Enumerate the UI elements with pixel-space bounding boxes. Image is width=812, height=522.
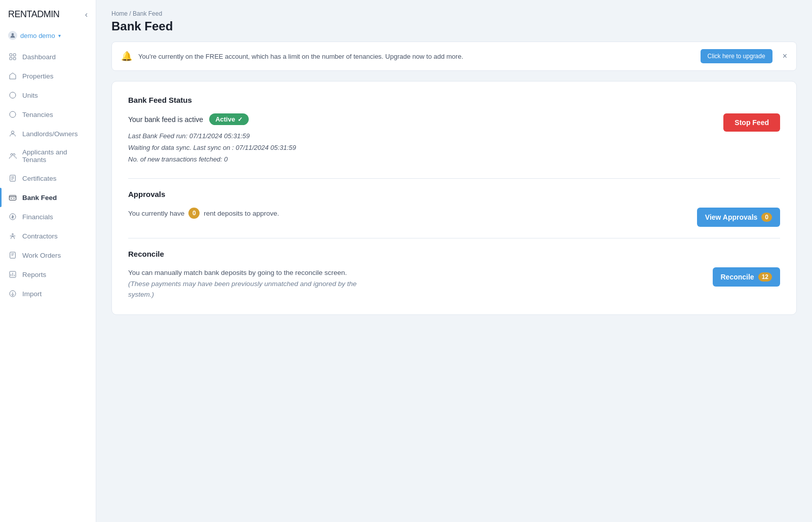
svg-rect-1 xyxy=(10,54,12,56)
sidebar-item-label: Applicants and Tenants xyxy=(22,148,88,164)
user-avatar-icon xyxy=(8,31,17,40)
status-stop-wrapper: Your bank feed is active Active ✓ Last B… xyxy=(128,113,780,167)
reconcile-btn-label: Reconcile xyxy=(721,273,754,281)
checkmark-icon: ✓ xyxy=(238,116,243,123)
notification-text: You're currently on the FREE account, wh… xyxy=(138,53,694,60)
sidebar-item-reports[interactable]: Reports xyxy=(0,265,96,284)
breadcrumb: Home / Bank Feed xyxy=(111,10,797,17)
approvals-text: You currently have 0 rent deposits to ap… xyxy=(128,208,279,219)
breadcrumb-parent: Home xyxy=(111,10,128,17)
sidebar-item-workorders[interactable]: Work Orders xyxy=(0,246,96,265)
svg-point-5 xyxy=(10,92,16,98)
sidebar-item-bankfeed[interactable]: Bank Feed xyxy=(0,188,96,207)
approvals-text-before: You currently have xyxy=(128,210,184,217)
brand-bold: RENT xyxy=(8,9,31,19)
reports-icon xyxy=(8,270,17,279)
sidebar-item-properties[interactable]: Properties xyxy=(0,66,96,86)
reconcile-button[interactable]: Reconcile 12 xyxy=(713,267,781,287)
certificates-icon xyxy=(8,174,17,183)
notification-banner: 🔔 You're currently on the FREE account, … xyxy=(111,42,797,71)
approvals-title: Approvals xyxy=(128,190,780,198)
stop-feed-button[interactable]: Stop Feed xyxy=(723,113,780,132)
reconcile-title: Reconcile xyxy=(128,250,780,258)
sidebar-item-label: Contractors xyxy=(22,232,58,240)
user-chevron-icon: ▾ xyxy=(58,33,61,38)
approvals-row: You currently have 0 rent deposits to ap… xyxy=(128,208,780,227)
last-run-info: Last Bank Feed run: 07/11/2024 05:31:59 xyxy=(128,132,296,140)
sidebar-item-label: Landlords/Owners xyxy=(22,130,78,138)
logo-area: RENTADMIN ‹ xyxy=(0,0,96,27)
status-active-row: Your bank feed is active Active ✓ xyxy=(128,113,296,125)
section-divider-1 xyxy=(128,178,780,179)
svg-point-7 xyxy=(11,131,14,134)
sidebar-item-landlords[interactable]: Landlords/Owners xyxy=(0,124,96,143)
reconcile-count: 12 xyxy=(758,272,772,282)
active-badge: Active ✓ xyxy=(209,113,249,125)
tenancies-icon xyxy=(8,110,17,119)
dashboard-icon xyxy=(8,52,17,61)
svg-point-8 xyxy=(11,153,13,155)
status-label: Your bank feed is active xyxy=(128,115,203,124)
bank-feed-status-title: Bank Feed Status xyxy=(128,96,780,104)
active-status-area: Your bank feed is active Active ✓ Last B… xyxy=(128,113,296,167)
applicants-icon xyxy=(8,151,17,160)
reconcile-section: Reconcile You can manually match bank de… xyxy=(128,250,780,300)
sidebar-item-contractors[interactable]: Contractors xyxy=(0,226,96,246)
reconcile-row: You can manually match bank deposits by … xyxy=(128,267,780,300)
sidebar-item-label: Import xyxy=(22,290,42,298)
sidebar-item-label: Units xyxy=(22,92,38,99)
page-title: Bank Feed xyxy=(111,19,797,33)
active-badge-text: Active xyxy=(215,115,235,123)
main-content: Home / Bank Feed Bank Feed 🔔 You're curr… xyxy=(96,0,812,522)
notification-close-button[interactable]: × xyxy=(783,52,787,61)
svg-rect-4 xyxy=(13,57,16,60)
sidebar-item-financials[interactable]: Financials xyxy=(0,207,96,226)
svg-point-17 xyxy=(12,233,14,235)
sidebar-item-label: Financials xyxy=(22,213,53,221)
properties-icon xyxy=(8,71,17,81)
bankfeed-icon xyxy=(8,193,17,202)
sidebar-item-certificates[interactable]: Certificates xyxy=(0,169,96,188)
brand-suffix: ADMIN xyxy=(31,9,60,19)
upgrade-button[interactable]: Click here to upgrade xyxy=(701,49,772,63)
financials-icon xyxy=(8,212,17,221)
import-icon xyxy=(8,289,17,298)
sidebar-item-applicants[interactable]: Applicants and Tenants xyxy=(0,143,96,169)
sidebar-item-units[interactable]: Units xyxy=(0,86,96,105)
breadcrumb-separator: / xyxy=(129,10,131,17)
approvals-count-badge: 0 xyxy=(188,208,200,219)
sidebar-item-tenancies[interactable]: Tenancies xyxy=(0,105,96,124)
sidebar-item-label: Reports xyxy=(22,271,46,278)
app-logo: RENTADMIN xyxy=(8,9,59,20)
bank-feed-card: Bank Feed Status Your bank feed is activ… xyxy=(111,81,797,315)
view-approvals-button[interactable]: View Approvals 0 xyxy=(697,208,780,227)
sidebar-item-label: Certificates xyxy=(22,175,57,182)
sidebar-item-dashboard[interactable]: Dashboard xyxy=(0,47,96,66)
reconcile-text: You can manually match bank deposits by … xyxy=(128,267,381,300)
breadcrumb-current: Bank Feed xyxy=(133,10,162,17)
section-divider-2 xyxy=(128,238,780,238)
svg-point-9 xyxy=(13,153,15,155)
sidebar: RENTADMIN ‹ demo demo ▾ Dashboard Proper… xyxy=(0,0,96,522)
units-icon xyxy=(8,91,17,100)
approvals-section: Approvals You currently have 0 rent depo… xyxy=(128,190,780,227)
user-row[interactable]: demo demo ▾ xyxy=(0,27,96,47)
waiting-sync-info: Waiting for data sync. Last sync on : 07… xyxy=(128,144,296,151)
sidebar-collapse-button[interactable]: ‹ xyxy=(85,10,88,19)
svg-rect-14 xyxy=(9,195,16,200)
sidebar-item-label: Bank Feed xyxy=(22,194,57,202)
reconcile-main-text: You can manually match bank deposits by … xyxy=(128,269,347,276)
svg-rect-3 xyxy=(10,57,12,60)
svg-point-6 xyxy=(10,111,16,117)
workorders-icon xyxy=(8,251,17,260)
sidebar-item-label: Tenancies xyxy=(22,111,53,118)
svg-point-0 xyxy=(12,33,14,36)
view-approvals-label: View Approvals xyxy=(705,213,757,221)
view-approvals-count: 0 xyxy=(761,213,772,222)
user-name: demo demo xyxy=(20,32,55,39)
landlords-icon xyxy=(8,129,17,138)
sidebar-item-import[interactable]: Import xyxy=(0,284,96,303)
svg-rect-2 xyxy=(13,54,16,56)
contractors-icon xyxy=(8,231,17,240)
sidebar-item-label: Properties xyxy=(22,72,54,80)
